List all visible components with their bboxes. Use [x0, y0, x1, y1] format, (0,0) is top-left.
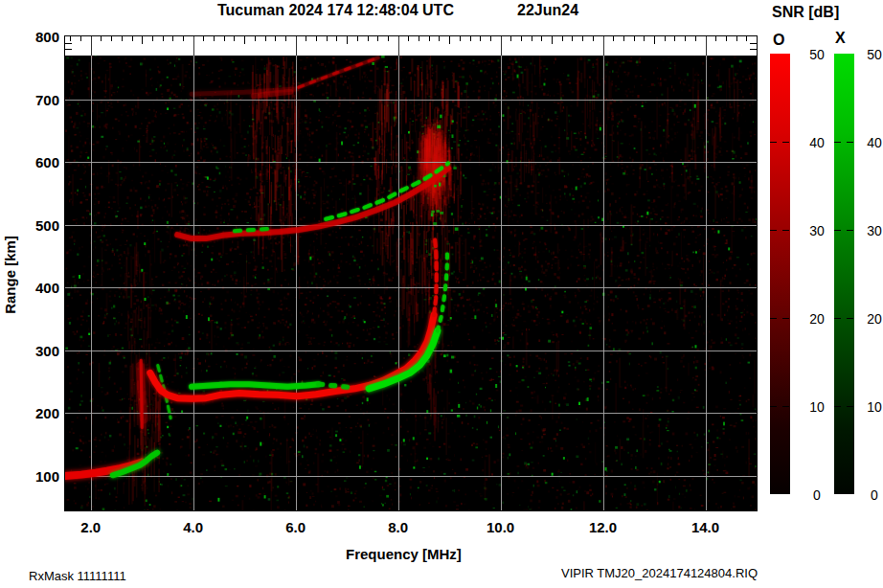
y-tick-label: 400 [15, 280, 59, 296]
colorbar-x-tick-label: 10 [858, 399, 883, 415]
x-tick-label: 8.0 [377, 519, 419, 535]
colorbar-title: SNR [dB] [772, 4, 839, 21]
y-tick-label: 500 [15, 217, 59, 234]
colorbar-x-mode-label: X [835, 30, 846, 47]
colorbar-o-tick-label: 20 [801, 311, 833, 327]
x-tick-label: 2.0 [70, 519, 112, 535]
y-axis-title: Range [km] [2, 236, 18, 314]
y-tick-label: 600 [15, 154, 59, 170]
colorbar-tick-dash [770, 142, 777, 143]
y-tick-label: 300 [15, 343, 59, 359]
x-axis-title: Frequency [MHz] [346, 546, 462, 562]
plot-frame [64, 35, 758, 511]
colorbar-tick-dash [770, 230, 777, 231]
colorbar-tick-dash [782, 318, 789, 319]
rxmask-text: RxMask 11111111 [29, 569, 126, 583]
colorbar-tick-dash [834, 142, 841, 143]
x-tick-label: 12.0 [582, 519, 624, 535]
colorbar-o-gradient [770, 54, 790, 494]
y-tick-label: 800 [15, 29, 59, 45]
colorbar-tick-dash [834, 230, 841, 231]
ionogram-view: Tucuman 2024 174 12:48:04 UTC 22Jun24 SN… [0, 0, 883, 588]
colorbar-tick-dash [770, 406, 777, 407]
colorbar-x-tick-label: 20 [858, 311, 883, 327]
colorbar-tick-dash [847, 142, 853, 143]
colorbar-o-tick-label: 50 [801, 47, 833, 62]
y-tick-label: 100 [15, 468, 59, 485]
colorbar-x-tick-label: 40 [858, 135, 883, 150]
colorbar-tick-dash [782, 230, 789, 231]
colorbar-o-tick-label: 10 [801, 399, 833, 415]
ionogram-canvas [65, 36, 757, 510]
colorbar-x-tick-label: 50 [858, 47, 883, 62]
colorbar-tick-dash [847, 230, 853, 231]
colorbar-tick-dash [834, 406, 841, 407]
colorbar-tick-dash [847, 318, 853, 319]
page-title-date: 22Jun24 [517, 2, 578, 19]
page-title: Tucuman 2024 174 12:48:04 UTC [217, 2, 454, 19]
y-tick-label: 200 [15, 405, 59, 421]
x-tick-label: 4.0 [172, 519, 215, 535]
colorbar-tick-dash [770, 318, 777, 319]
colorbar-o-mode-label: O [773, 32, 784, 49]
y-tick-label: 700 [15, 92, 59, 108]
colorbar-tick-dash [834, 318, 841, 319]
x-tick-label: 10.0 [480, 519, 522, 535]
colorbar-tick-dash [782, 406, 789, 407]
colorbar-o-tick-label: 40 [801, 135, 833, 150]
colorbar-tick-dash [782, 142, 789, 143]
colorbar-x-gradient [834, 54, 854, 494]
colorbar-x-tick-label: 30 [858, 223, 883, 238]
data-file-text: VIPIR TMJ20_2024174124804.RIQ [551, 566, 758, 580]
colorbar-o-tick-label: 30 [801, 223, 833, 238]
colorbar-x-tick-label: 0 [858, 487, 883, 503]
colorbar-tick-dash [847, 406, 853, 407]
x-tick-label: 14.0 [685, 519, 727, 535]
colorbar-o-tick-label: 0 [801, 487, 833, 503]
x-tick-label: 6.0 [275, 519, 317, 535]
